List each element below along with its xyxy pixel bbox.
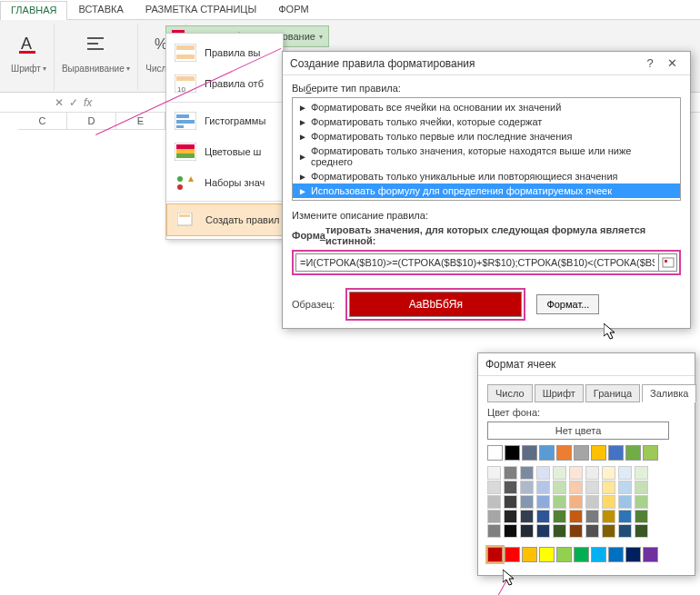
confirm-icon[interactable]: ✓ xyxy=(69,96,78,109)
color-swatch[interactable] xyxy=(608,445,624,461)
color-swatch[interactable] xyxy=(522,547,537,562)
color-swatch[interactable] xyxy=(635,466,648,480)
rule-item[interactable]: ►Форматировать только значения, которые … xyxy=(293,144,680,169)
color-swatch[interactable] xyxy=(487,547,503,562)
tab-fill[interactable]: Заливка xyxy=(642,384,696,402)
menu-create-rule[interactable]: Создать правил xyxy=(166,203,283,236)
color-swatch[interactable] xyxy=(539,445,555,461)
tab-number[interactable]: Число xyxy=(487,384,533,402)
color-swatch[interactable] xyxy=(625,547,641,562)
color-swatch[interactable] xyxy=(487,524,501,538)
color-swatch[interactable] xyxy=(504,524,517,538)
color-swatch[interactable] xyxy=(536,466,550,480)
color-swatch[interactable] xyxy=(585,524,599,538)
color-swatch[interactable] xyxy=(618,524,632,538)
tab-layout[interactable]: РАЗМЕТКА СТРАНИЦЫ xyxy=(135,0,267,19)
color-swatch[interactable] xyxy=(553,524,566,538)
tab-insert[interactable]: ВСТАВКА xyxy=(67,0,134,19)
color-swatch[interactable] xyxy=(520,510,534,523)
rule-item-selected[interactable]: ►Использовать формулу для определения фо… xyxy=(293,183,680,198)
color-swatch[interactable] xyxy=(618,481,632,494)
color-swatch[interactable] xyxy=(505,547,520,562)
no-color-button[interactable]: Нет цвета xyxy=(487,421,669,440)
color-swatch[interactable] xyxy=(602,510,615,523)
color-swatch[interactable] xyxy=(536,524,550,538)
color-swatch[interactable] xyxy=(569,481,583,494)
color-swatch[interactable] xyxy=(618,495,632,509)
color-swatch[interactable] xyxy=(585,510,599,523)
chevron-down-icon[interactable]: ▾ xyxy=(43,64,46,73)
color-swatch[interactable] xyxy=(487,466,501,480)
color-swatch[interactable] xyxy=(569,510,583,523)
color-swatch[interactable] xyxy=(553,495,566,509)
color-swatch[interactable] xyxy=(625,445,641,461)
color-swatch[interactable] xyxy=(556,445,572,461)
color-swatch[interactable] xyxy=(585,466,599,480)
color-swatch[interactable] xyxy=(569,466,583,480)
color-swatch[interactable] xyxy=(574,547,589,562)
color-swatch[interactable] xyxy=(591,547,606,562)
color-swatch[interactable] xyxy=(591,445,606,461)
color-swatch[interactable] xyxy=(602,495,615,509)
rule-item[interactable]: ►Форматировать только уникальные или пов… xyxy=(293,169,680,183)
menu-top-bottom[interactable]: 10 Правила отб xyxy=(166,68,283,99)
color-swatch[interactable] xyxy=(585,481,599,494)
color-swatch[interactable] xyxy=(487,510,501,523)
menu-highlight-rules[interactable]: Правила вы xyxy=(166,37,283,68)
color-swatch[interactable] xyxy=(569,524,583,538)
color-swatch[interactable] xyxy=(487,445,503,461)
color-swatch[interactable] xyxy=(635,510,648,523)
color-swatch[interactable] xyxy=(487,495,501,509)
color-swatch[interactable] xyxy=(569,495,583,509)
cancel-icon[interactable]: ✕ xyxy=(55,96,64,109)
color-swatch[interactable] xyxy=(504,495,517,509)
color-swatch[interactable] xyxy=(635,495,648,509)
menu-icon-sets[interactable]: Наборы знач xyxy=(166,167,283,198)
help-button[interactable]: ? xyxy=(639,56,661,70)
color-swatch[interactable] xyxy=(520,466,534,480)
chevron-down-icon[interactable]: ▾ xyxy=(126,64,130,73)
menu-color-scales[interactable]: Цветовые ш xyxy=(166,136,283,167)
color-swatch[interactable] xyxy=(504,481,517,494)
color-swatch[interactable] xyxy=(602,524,615,538)
range-picker-icon[interactable] xyxy=(658,254,676,271)
format-button[interactable]: Формат... xyxy=(536,294,599,314)
color-swatch[interactable] xyxy=(520,524,534,538)
color-swatch[interactable] xyxy=(643,547,658,562)
color-swatch[interactable] xyxy=(536,481,550,494)
tab-font[interactable]: Шрифт xyxy=(535,384,584,402)
color-swatch[interactable] xyxy=(635,481,648,494)
tab-home[interactable]: ГЛАВНАЯ xyxy=(0,1,67,20)
color-swatch[interactable] xyxy=(618,510,632,523)
align-icon[interactable] xyxy=(79,25,112,62)
color-swatch[interactable] xyxy=(635,524,648,538)
formula-input[interactable] xyxy=(296,254,658,271)
rule-type-list[interactable]: ►Форматировать все ячейки на основании и… xyxy=(292,97,681,201)
color-swatch[interactable] xyxy=(556,547,572,562)
color-swatch[interactable] xyxy=(618,466,632,480)
color-swatch[interactable] xyxy=(574,445,589,461)
color-swatch[interactable] xyxy=(553,510,566,523)
rule-item[interactable]: ►Форматировать только ячейки, которые со… xyxy=(293,114,680,129)
font-icon[interactable]: A xyxy=(12,25,45,62)
color-swatch[interactable] xyxy=(608,547,624,562)
color-swatch[interactable] xyxy=(553,466,566,480)
color-swatch[interactable] xyxy=(536,510,550,523)
close-button[interactable]: ✕ xyxy=(661,56,683,70)
fx-icon[interactable]: fx xyxy=(84,96,92,109)
color-swatch[interactable] xyxy=(504,510,517,523)
color-swatch[interactable] xyxy=(602,481,615,494)
rule-item[interactable]: ►Форматировать только первые или последн… xyxy=(293,129,680,144)
menu-data-bars[interactable]: Гистограммы xyxy=(166,105,283,136)
color-swatch[interactable] xyxy=(536,495,550,509)
color-swatch[interactable] xyxy=(504,466,517,480)
color-swatch[interactable] xyxy=(505,445,520,461)
color-swatch[interactable] xyxy=(553,481,566,494)
color-swatch[interactable] xyxy=(520,495,534,509)
rule-item[interactable]: ►Форматировать все ячейки на основании и… xyxy=(293,100,680,114)
color-swatch[interactable] xyxy=(585,495,599,509)
color-swatch[interactable] xyxy=(643,445,658,461)
color-swatch[interactable] xyxy=(602,466,615,480)
color-swatch[interactable] xyxy=(520,481,534,494)
tab-formulas[interactable]: ФОРМ xyxy=(267,0,319,19)
